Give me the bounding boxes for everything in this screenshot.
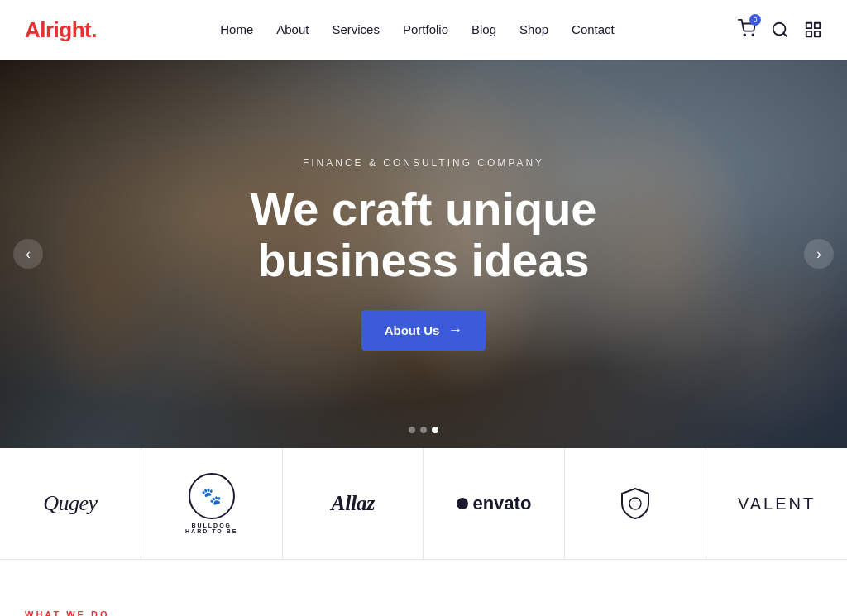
nav-services[interactable]: Services xyxy=(332,22,380,36)
main-nav: Home About Services Portfolio Blog Shop … xyxy=(220,22,615,37)
svg-rect-6 xyxy=(806,31,811,36)
partner-logo-envato: envato xyxy=(424,448,565,559)
svg-line-3 xyxy=(783,33,787,36)
partner-logo-bulldog: 🐾 BULLDOG HARD TO BE xyxy=(141,448,283,559)
bulldog-sub-label: HARD TO BE xyxy=(185,528,237,534)
hero-prev-button[interactable]: ‹ xyxy=(13,239,43,269)
hero-cta-button[interactable]: About Us → xyxy=(361,310,486,351)
nav-home[interactable]: Home xyxy=(220,22,253,36)
logo-text: Alright xyxy=(25,17,91,42)
hero-dot-3[interactable] xyxy=(432,427,438,433)
hero-title-line1: We craft unique xyxy=(250,183,596,235)
nav-portfolio[interactable]: Portfolio xyxy=(403,22,448,36)
bulldog-face-icon: 🐾 xyxy=(201,486,222,506)
svg-rect-4 xyxy=(806,23,811,28)
grid-menu-button[interactable] xyxy=(804,21,822,39)
nav-contact[interactable]: Contact xyxy=(572,22,615,36)
hero-subtitle: Finance & Consulting Company xyxy=(175,157,672,169)
hero-next-button[interactable]: › xyxy=(804,239,834,269)
allaz-logo: Allaz xyxy=(331,491,374,516)
hero-arrow-icon: → xyxy=(447,322,462,339)
valent-logo: VALENT xyxy=(738,494,816,513)
hero-dot-1[interactable] xyxy=(409,427,415,433)
envato-logo-text: envato xyxy=(472,493,531,514)
hero-dot-2[interactable] xyxy=(420,427,427,433)
hero-title-line2: business ideas xyxy=(257,234,590,286)
bulldog-logo-wrap: 🐾 BULLDOG HARD TO BE xyxy=(185,473,237,534)
svg-rect-5 xyxy=(815,23,820,28)
logo-dot: . xyxy=(91,17,97,42)
hero-section: ‹ › Finance & Consulting Company We craf… xyxy=(0,60,847,448)
bulldog-label: BULLDOG xyxy=(191,523,232,528)
shield-icon xyxy=(617,485,653,522)
partner-logo-shield xyxy=(565,448,706,559)
header-icons: 0 xyxy=(738,19,822,41)
svg-point-1 xyxy=(752,34,754,36)
cart-button[interactable]: 0 xyxy=(738,19,756,41)
hero-title: We craft unique business ideas xyxy=(175,184,672,285)
hero-cta-label: About Us xyxy=(385,323,440,337)
partner-logo-allaz: Allaz xyxy=(283,448,424,559)
svg-point-0 xyxy=(744,34,745,36)
bulldog-circle: 🐾 xyxy=(189,473,235,519)
nav-shop[interactable]: Shop xyxy=(519,22,548,36)
what-we-do-section: What We Do The best solutions for xyxy=(0,560,847,616)
hero-dots xyxy=(409,427,438,433)
nav-about[interactable]: About xyxy=(276,22,309,36)
envato-logo-wrap: envato xyxy=(457,493,531,514)
section-tag: What We Do xyxy=(25,609,822,616)
nav-blog[interactable]: Blog xyxy=(471,22,496,36)
envato-dot-icon xyxy=(457,498,468,509)
search-icon xyxy=(771,21,789,39)
svg-rect-7 xyxy=(815,31,820,36)
grid-icon xyxy=(804,21,822,39)
qugey-logo: Qugey xyxy=(43,491,97,516)
header: Alright. Home About Services Portfolio B… xyxy=(0,0,847,60)
logos-bar: Qugey 🐾 BULLDOG HARD TO BE Allaz envato … xyxy=(0,448,847,560)
partner-logo-valent: VALENT xyxy=(706,448,847,559)
cart-badge: 0 xyxy=(749,14,761,26)
search-button[interactable] xyxy=(771,21,789,39)
logo[interactable]: Alright. xyxy=(25,17,97,43)
hero-content: Finance & Consulting Company We craft un… xyxy=(175,157,672,351)
partner-logo-qugey: Qugey xyxy=(0,448,141,559)
